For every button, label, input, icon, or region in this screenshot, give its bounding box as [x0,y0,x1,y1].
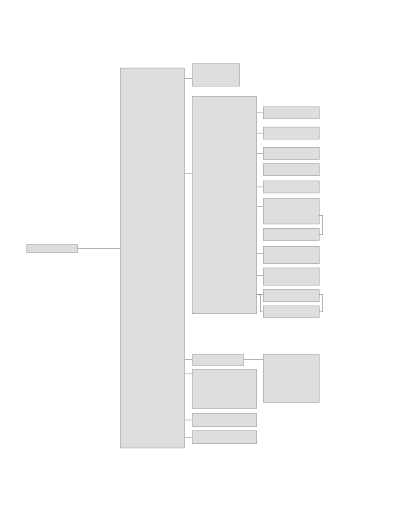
connector [319,215,323,234]
connector [319,295,323,312]
child-lower-big [192,370,257,408]
leaf-3 [263,164,319,176]
root-box [27,245,78,252]
child-lower-small [192,354,244,365]
connector [257,295,263,312]
leaf-2 [263,147,319,159]
main-column [120,68,185,448]
leaf-5 [263,198,319,224]
diagram-canvas [0,0,411,532]
child-bottom-b [192,431,257,444]
child-top [192,64,240,86]
leaf-6 [263,228,319,240]
leaf-0 [263,107,319,119]
leaf-10 [263,306,319,318]
child-lower-right [263,354,319,402]
child-bottom-a [192,414,257,426]
leaf-8 [263,268,319,285]
leaf-1 [263,127,319,139]
child-mid-tall [192,96,257,314]
leaf-9 [263,289,319,302]
leaf-4 [263,181,319,193]
leaf-7 [263,246,319,264]
